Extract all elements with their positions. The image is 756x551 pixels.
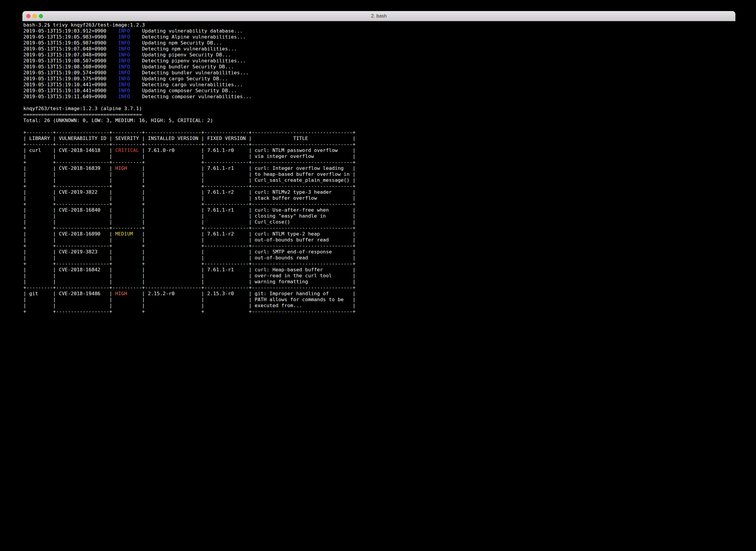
terminal-text: Detecting bundler vulnerabilities... <box>130 70 249 75</box>
terminal-line: | | CVE-2018-16842 | | | 7.61.1-r1 | cur… <box>23 267 735 273</box>
terminal-text: | curl | CVE-2018-14618 | <box>23 147 115 153</box>
critical-text: CRITICAL <box>115 147 139 153</box>
terminal-line <box>23 123 735 129</box>
terminal-text: | | | | | | PATH allows for commands to … <box>23 297 356 303</box>
terminal-line: | LIBRARY | VULNERABILITY ID | SEVERITY … <box>23 135 735 141</box>
terminal-text: | | | | | | over-read in the curl tool | <box>23 273 356 279</box>
terminal-line: | | | | | | to heap-based buffer overflo… <box>23 171 735 177</box>
terminal-line: + +------------------+ + +--------------… <box>23 201 735 207</box>
terminal-text: | | CVE-2018-16839 | <box>23 165 115 171</box>
terminal-text: +---------+------------------+----------… <box>23 141 356 147</box>
terminal-text: + +------------------+----------+ +-----… <box>23 159 356 165</box>
terminal-text: | | CVE-2018-16890 | <box>23 231 115 237</box>
terminal-line: 2019-05-13T15:19:07.048+0900 INFO Detect… <box>23 46 735 52</box>
terminal-text: | | CVE-2019-3822 | | | 7.61.1-r2 | curl… <box>23 189 356 195</box>
terminal-line: + +------------------+ + +--------------… <box>23 261 735 267</box>
terminal-text: | LIBRARY | VULNERABILITY ID | SEVERITY … <box>23 135 356 141</box>
terminal-text: + +------------------+----------+ +-----… <box>23 225 356 231</box>
terminal-line: 2019-05-13T15:19:05.987+0900 INFO Updati… <box>23 40 735 46</box>
terminal-text: 2019-05-13T15:19:10.441+0900 <box>23 88 118 93</box>
info-text: INFO <box>118 70 130 75</box>
terminal-text: +---------+------------------+----------… <box>23 285 356 291</box>
info-text: INFO <box>118 76 130 81</box>
terminal-line: 2019-05-13T15:19:05.983+0900 INFO Detect… <box>23 34 735 40</box>
terminal-text: knqyf263/test-image:1.2.3 (alpine 3.7.1) <box>23 106 142 111</box>
terminal-text: | | | | | | out-of-bounds read | <box>23 255 356 260</box>
terminal-window: 2. bash bash-3.2$ trivy knqyf263/test-im… <box>22 11 735 540</box>
terminal-text: | | | | | | closing "easy" handle in | <box>23 213 356 219</box>
terminal-line: | curl | CVE-2018-14618 | CRITICAL | 7.6… <box>23 147 735 153</box>
terminal-output: bash-3.2$ trivy knqyf263/test-image:1.2.… <box>23 22 735 315</box>
terminal-text: Detecting pipenv vulnerabilities... <box>130 58 246 64</box>
terminal-text: | | 7.61.1-r2 | curl: NTLM type-2 heap | <box>133 231 356 237</box>
info-text: INFO <box>118 34 130 40</box>
terminal-text: + +------------------+ + +--------------… <box>23 201 356 207</box>
terminal-text: 2019-05-13T15:19:07.048+0900 <box>23 52 118 58</box>
terminal-line: | | | | | | executed from... | <box>23 303 735 309</box>
terminal-line: + +------------------+----------+ +-----… <box>23 159 735 165</box>
terminal-text: + +------------------+ + +--------------… <box>23 183 356 189</box>
terminal-line: | | | | | | PATH allows for commands to … <box>23 297 735 303</box>
terminal-text: Total: 26 (UNKNOWN: 0, LOW: 3, MEDIUM: 1… <box>23 118 213 123</box>
close-button[interactable] <box>26 14 30 18</box>
terminal-line: + +------------------+ + + +------------… <box>23 309 735 315</box>
terminal-line <box>23 100 735 106</box>
terminal-line: | | | | | | Curl_sasl_create_plain_messa… <box>23 177 735 183</box>
terminal-text: bash-3.2$ trivy knqyf263/test-image:1.2.… <box>23 22 145 28</box>
terminal-text: 2019-05-13T15:19:10.441+0900 <box>23 82 118 87</box>
terminal-line: | | | | | | warning formatting | <box>23 279 735 285</box>
info-text: INFO <box>118 64 130 70</box>
terminal-text: | | CVE-2018-16842 | | | 7.61.1-r1 | cur… <box>23 267 356 272</box>
terminal-text: | | 7.61.1-r1 | curl: Integer overflow l… <box>127 165 356 171</box>
zoom-button[interactable] <box>39 14 43 18</box>
info-text: INFO <box>118 94 130 99</box>
terminal-line: + +------------------+----------+ +-----… <box>23 225 735 231</box>
terminal-line: | | | | | | closing "easy" handle in | <box>23 213 735 219</box>
terminal-line: 2019-05-13T15:19:08.508+0900 INFO Updati… <box>23 64 735 70</box>
terminal-text: 2019-05-13T15:19:03.912+0900 <box>23 28 118 34</box>
terminal-line: + +------------------+ + +--------------… <box>23 183 735 189</box>
terminal-text: + +------------------+ + +--------------… <box>23 243 356 248</box>
terminal-line: Total: 26 (UNKNOWN: 0, LOW: 3, MEDIUM: 1… <box>23 118 735 123</box>
terminal-text: Updating composer Security DB... <box>130 88 237 93</box>
terminal-text: Detecting npm vulnerabilities... <box>130 46 237 52</box>
terminal-line: +---------+------------------+----------… <box>23 141 735 147</box>
high-text: HIGH <box>115 291 127 297</box>
terminal-text: Detecting composer vulnerabilities... <box>130 94 252 99</box>
terminal-text: | | | | | | stack buffer overflow | <box>23 195 356 201</box>
terminal-text: 2019-05-13T15:19:11.649+0900 <box>23 94 118 99</box>
terminal-line: bash-3.2$ trivy knqyf263/test-image:1.2.… <box>23 22 735 28</box>
terminal-text: | | | | | | Curl_close() | <box>23 219 356 225</box>
desktop-background: 2. bash bash-3.2$ trivy knqyf263/test-im… <box>0 0 756 551</box>
terminal-text: Updating pipenv Security DB... <box>130 52 231 58</box>
terminal-text: Detecting Alpine vulnerabilities... <box>130 34 246 40</box>
terminal-text: 2019-05-13T15:19:09.575+0900 <box>23 76 118 81</box>
terminal-line: 2019-05-13T15:19:10.441+0900 INFO Updati… <box>23 88 735 94</box>
terminal-line: | | CVE-2019-3823 | | | | curl: SMTP end… <box>23 249 735 255</box>
terminal-text: Updating npm Security DB... <box>130 40 222 46</box>
terminal-line: | | | | | | via integer overflow | <box>23 153 735 159</box>
traffic-lights <box>26 11 43 21</box>
terminal-line: ======================================== <box>23 112 735 118</box>
info-text: INFO <box>118 88 130 93</box>
terminal-text: | | CVE-2018-16840 | | | 7.61.1-r1 | cur… <box>23 207 356 213</box>
terminal-text: | | | | | | via integer overflow | <box>23 153 356 159</box>
info-text: INFO <box>118 28 130 34</box>
terminal-line: +---------+------------------+----------… <box>23 129 735 135</box>
terminal-line: 2019-05-13T15:19:11.649+0900 INFO Detect… <box>23 94 735 100</box>
minimize-button[interactable] <box>33 14 37 18</box>
terminal-text: Updating vulnerability database... <box>130 28 243 34</box>
high-text: HIGH <box>115 165 127 171</box>
info-text: INFO <box>118 82 130 87</box>
terminal-text: | | | | | | Curl_sasl_create_plain_messa… <box>23 177 356 183</box>
window-title-bar[interactable]: 2. bash <box>22 11 735 21</box>
terminal-body[interactable]: bash-3.2$ trivy knqyf263/test-image:1.2.… <box>22 21 735 540</box>
terminal-line: | | | | | | Curl_close() | <box>23 219 735 225</box>
terminal-text: + +------------------+ + +--------------… <box>23 261 356 266</box>
terminal-line: 2019-05-13T15:19:10.441+0900 INFO Detect… <box>23 82 735 88</box>
terminal-text: 2019-05-13T15:19:05.987+0900 <box>23 40 118 46</box>
terminal-text: Detecting cargo vulnerabilities... <box>130 82 243 87</box>
terminal-text: | 7.61.0-r0 | 7.61.1-r0 | curl: NTLM pas… <box>139 147 355 153</box>
terminal-line: +---------+------------------+----------… <box>23 285 735 291</box>
terminal-text: | | | | | | warning formatting | <box>23 279 356 285</box>
